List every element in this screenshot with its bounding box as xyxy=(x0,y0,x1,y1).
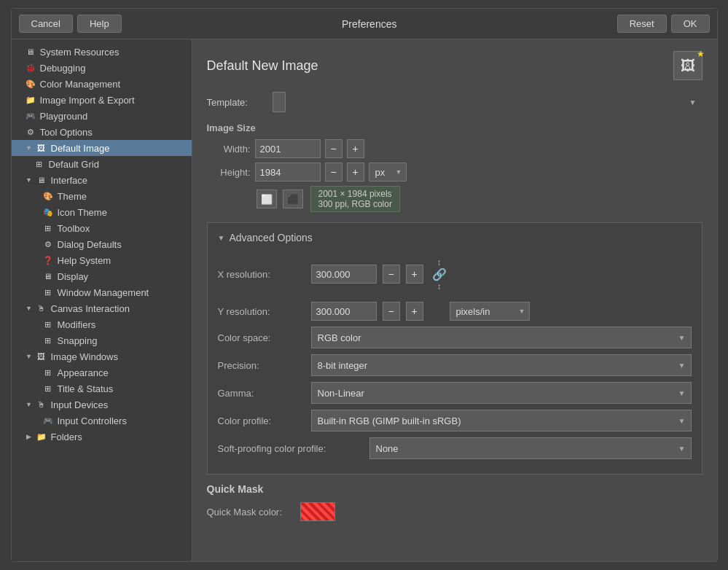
x-resolution-row: X resolution: − + ↕ 🔗 ↕ xyxy=(218,252,692,296)
canvas-interaction-icon: 🖱 xyxy=(36,302,47,314)
image-import-export-icon: 📁 xyxy=(25,94,36,106)
gamma-row: Gamma: Non-Linear Linear xyxy=(218,382,692,404)
landscape-button[interactable]: ⬛ xyxy=(283,190,303,208)
height-row: Height: − + px in mm cm xyxy=(207,163,702,181)
gamma-label: Gamma: xyxy=(218,388,305,399)
x-resolution-increment[interactable]: + xyxy=(406,265,423,284)
sidebar-item-display[interactable]: 🖥 Display xyxy=(12,268,192,284)
sidebar-item-default-image[interactable]: ▼ 🖼 Default Image xyxy=(12,140,192,156)
advanced-options-section: ▼ Advanced Options X resolution: − + ↕ 🔗… xyxy=(207,222,702,475)
advanced-options-title: Advanced Options xyxy=(229,232,312,243)
size-info-row: ⬜ ⬛ 2001 × 1984 pixels 300 ppi, RGB colo… xyxy=(257,186,702,212)
sidebar-item-label: Tool Options xyxy=(40,127,93,138)
resolution-unit-select[interactable]: pixels/in pixels/mm pixels/cm xyxy=(450,302,530,321)
sidebar-item-label: Interface xyxy=(51,175,88,186)
debugging-icon: 🐞 xyxy=(25,62,36,74)
color-profile-select[interactable]: Built-in RGB (GIMP built-in sRGB) xyxy=(311,410,692,432)
help-button[interactable]: Help xyxy=(77,15,122,33)
sidebar-item-canvas-interaction[interactable]: ▼ 🖱 Canvas Interaction xyxy=(12,300,192,316)
sidebar-item-color-management[interactable]: 🎨 Color Management xyxy=(12,76,192,92)
height-increment-button[interactable]: + xyxy=(347,163,364,181)
sidebar-item-label: Canvas Interaction xyxy=(51,303,130,314)
system-resources-icon: 🖥 xyxy=(25,46,36,58)
soft-proof-select[interactable]: None xyxy=(369,437,692,459)
display-icon: 🖥 xyxy=(42,270,54,282)
sidebar-item-dialog-defaults[interactable]: ⚙ Dialog Defaults xyxy=(12,236,192,252)
sidebar-item-window-management[interactable]: ⊞ Window Management xyxy=(12,284,192,300)
sidebar-item-icon-theme[interactable]: 🎭 Icon Theme xyxy=(12,204,192,220)
folders-icon: 📁 xyxy=(36,431,47,442)
color-management-icon: 🎨 xyxy=(25,78,36,90)
sidebar-item-label: Dialog Defaults xyxy=(58,239,122,250)
sidebar-item-tool-options[interactable]: ⚙ Tool Options xyxy=(12,124,192,140)
sidebar-item-debugging[interactable]: 🐞 Debugging xyxy=(12,60,192,76)
color-profile-label: Color profile: xyxy=(218,415,305,426)
resolution-unit-wrapper: pixels/in pixels/mm pixels/cm xyxy=(450,302,530,321)
sidebar-item-snapping[interactable]: ⊞ Snapping xyxy=(12,332,192,348)
template-row: Template: xyxy=(207,92,702,112)
sidebar-item-default-grid[interactable]: ⊞ Default Grid xyxy=(12,156,192,172)
width-increment-button[interactable]: + xyxy=(347,139,364,158)
reset-button[interactable]: Reset xyxy=(617,15,667,33)
sidebar-item-image-import-export[interactable]: 📁 Image Import & Export xyxy=(12,92,192,108)
template-select[interactable] xyxy=(273,92,286,112)
sidebar-item-theme[interactable]: 🎨 Theme xyxy=(12,188,192,204)
sidebar-item-interface[interactable]: ▼ 🖥 Interface xyxy=(12,172,192,188)
quick-mask-color-button[interactable] xyxy=(300,502,335,521)
size-info-line1: 2001 × 1984 pixels xyxy=(318,189,392,199)
default-grid-icon: ⊞ xyxy=(34,158,45,170)
width-input[interactable] xyxy=(255,139,321,158)
height-label: Height: xyxy=(207,167,251,178)
panel-header: Default New Image 🖼 ★ xyxy=(207,51,702,80)
x-resolution-decrement[interactable]: − xyxy=(383,265,400,284)
x-resolution-label: X resolution: xyxy=(218,269,305,280)
sidebar-item-label: Default Image xyxy=(51,143,110,154)
sidebar-item-folders[interactable]: ▶ 📁 Folders xyxy=(12,429,192,445)
sidebar-item-toolbox[interactable]: ⊞ Toolbox xyxy=(12,220,192,236)
sidebar-item-label: Appearance xyxy=(58,367,109,378)
sidebar-item-help-system[interactable]: ❓ Help System xyxy=(12,252,192,268)
width-label: Width: xyxy=(207,144,251,155)
precision-select[interactable]: 8-bit integer 16-bit integer 32-bit floa… xyxy=(311,354,692,376)
sidebar-item-playground[interactable]: 🎮 Playground xyxy=(12,108,192,124)
soft-proof-select-wrapper: None xyxy=(369,437,692,459)
sidebar-item-input-controllers[interactable]: 🎮 Input Controllers xyxy=(12,413,192,429)
sidebar-item-label: Toolbox xyxy=(58,223,90,234)
panel-icon-star: ★ xyxy=(697,49,705,59)
sidebar-item-label: Title & Status xyxy=(58,383,114,394)
advanced-triangle: ▼ xyxy=(218,234,225,242)
height-input[interactable] xyxy=(255,163,321,181)
width-decrement-button[interactable]: − xyxy=(325,139,343,158)
color-space-select[interactable]: RGB color Grayscale xyxy=(311,327,692,348)
ok-button[interactable]: OK xyxy=(671,15,710,33)
cancel-button[interactable]: Cancel xyxy=(19,15,73,33)
template-select-wrapper xyxy=(273,92,702,112)
color-space-select-wrapper: RGB color Grayscale xyxy=(311,327,692,348)
sidebar-item-label: Help System xyxy=(58,255,111,266)
collapse-arrow-default-image: ▼ xyxy=(25,144,34,152)
x-resolution-input[interactable] xyxy=(311,265,377,284)
sidebar-item-title-status[interactable]: ⊞ Title & Status xyxy=(12,380,192,397)
sidebar-item-input-devices[interactable]: ▼ 🖱 Input Devices xyxy=(12,397,192,413)
sidebar-item-system-resources[interactable]: 🖥 System Resources xyxy=(12,44,192,60)
height-decrement-button[interactable]: − xyxy=(325,163,343,181)
sidebar-item-label: Display xyxy=(58,271,89,282)
window-title: Preferences xyxy=(128,18,611,30)
advanced-options-header[interactable]: ▼ Advanced Options xyxy=(218,232,692,243)
window-management-icon: ⊞ xyxy=(42,286,54,298)
sidebar-item-appearance[interactable]: ⊞ Appearance xyxy=(12,364,192,380)
preferences-window: Cancel Help Preferences Reset OK 🖥 Syste… xyxy=(11,8,718,562)
modifiers-icon: ⊞ xyxy=(42,319,54,330)
icon-theme-icon: 🎭 xyxy=(42,206,54,218)
sidebar-item-image-windows[interactable]: ▼ 🖼 Image Windows xyxy=(12,348,192,364)
y-resolution-input[interactable] xyxy=(311,302,377,321)
unit-select[interactable]: px in mm cm xyxy=(369,163,407,181)
collapse-arrow-interface: ▼ xyxy=(25,176,34,184)
sidebar-item-modifiers[interactable]: ⊞ Modifiers xyxy=(12,316,192,332)
gamma-select[interactable]: Non-Linear Linear xyxy=(311,382,692,404)
portrait-button[interactable]: ⬜ xyxy=(257,190,277,208)
y-resolution-decrement[interactable]: − xyxy=(383,302,400,321)
sidebar-item-label: Icon Theme xyxy=(58,207,107,218)
y-resolution-increment[interactable]: + xyxy=(406,302,423,321)
color-profile-row: Color profile: Built-in RGB (GIMP built-… xyxy=(218,410,692,432)
